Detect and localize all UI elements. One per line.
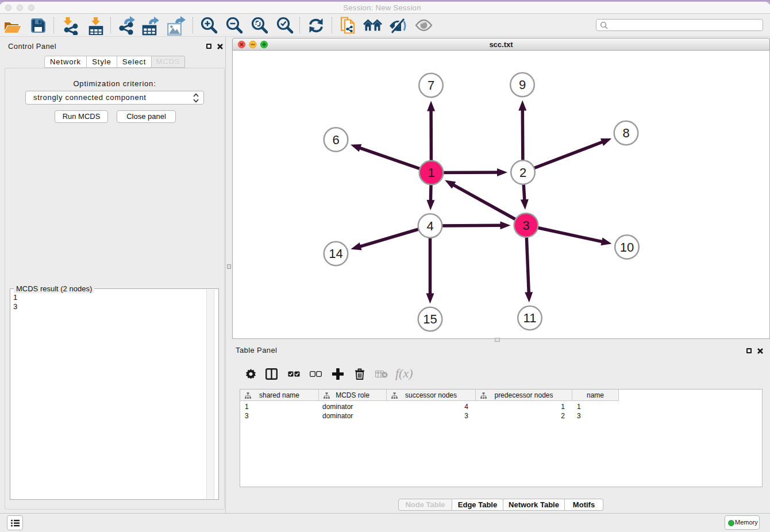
svg-text:14: 14 [329,246,342,261]
svg-text:15: 15 [423,312,437,326]
svg-text:6: 6 [332,133,339,147]
svg-text:2: 2 [519,165,526,180]
svg-text:4: 4 [426,219,433,233]
svg-text:3: 3 [522,218,529,233]
svg-text:1: 1 [428,165,434,180]
svg-text:8: 8 [622,126,629,140]
svg-text:7: 7 [428,78,434,92]
svg-text:11: 11 [523,311,537,325]
svg-text:9: 9 [519,78,526,92]
svg-text:10: 10 [620,240,634,255]
